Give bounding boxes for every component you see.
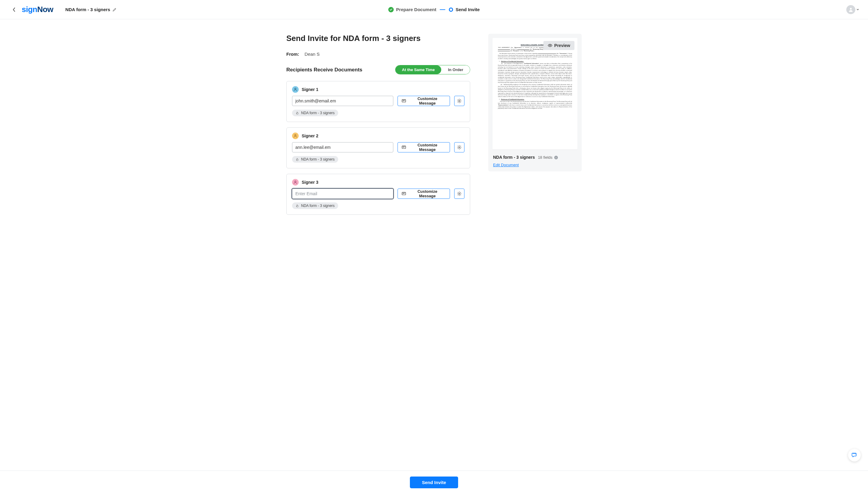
- svg-point-6: [459, 147, 460, 148]
- customize-message-label: Customize Message: [409, 189, 446, 198]
- toggle-in-order[interactable]: In Order: [441, 65, 470, 74]
- preview-panel: Preview NON-DISCLOSURE AGREEMENT THIS AG…: [488, 34, 582, 171]
- chevron-left-icon: [12, 7, 15, 12]
- preview-meta: NDA form - 3 signers 18 fields i Edit Do…: [493, 155, 577, 167]
- preview-fields-count: 18 fields: [538, 155, 552, 160]
- svg-point-9: [459, 193, 460, 194]
- step-send: Send Invite: [449, 7, 480, 12]
- from-row: From: Dean S: [286, 52, 470, 57]
- logo-now: Now: [37, 5, 53, 14]
- preview-button[interactable]: Preview: [543, 41, 574, 50]
- check-circle-icon: [388, 7, 394, 12]
- eye-icon: [548, 43, 552, 48]
- order-toggle: At the Same Time In Order: [395, 65, 470, 74]
- progress-steps: Prepare Document Send Invite: [388, 7, 480, 12]
- signer-email-input[interactable]: [292, 96, 393, 106]
- preview-doc-name: NDA form - 3 signers: [493, 155, 535, 160]
- document-chip: NDA form - 3 signers: [292, 203, 338, 209]
- signer-settings-button[interactable]: [454, 142, 464, 152]
- step-send-label: Send Invite: [456, 7, 480, 12]
- doc-title: NDA form - 3 signers: [66, 7, 110, 12]
- customize-message-label: Customize Message: [409, 96, 446, 106]
- signer-label: Signer 2: [302, 133, 318, 138]
- toggle-same-time[interactable]: At the Same Time: [395, 65, 442, 74]
- customize-message-button[interactable]: Customize Message: [398, 96, 450, 106]
- from-value: Dean S: [305, 52, 320, 57]
- doc-title-wrap: NDA form - 3 signers: [66, 7, 117, 12]
- page-title: Send Invite for NDA form - 3 signers: [286, 34, 470, 43]
- signer-input-row: Customize Message: [292, 96, 464, 106]
- document-chip: NDA form - 3 signers: [292, 110, 338, 116]
- document-thumbnail: Preview NON-DISCLOSURE AGREEMENT THIS AG…: [493, 38, 577, 149]
- customize-message-label: Customize Message: [409, 143, 446, 152]
- signer-card: Signer 1 Customize Message NDA form - 3 …: [286, 81, 470, 122]
- caret-down-icon: [856, 9, 859, 11]
- step-prepare[interactable]: Prepare Document: [388, 7, 436, 12]
- signer-card: Signer 2 Customize Message NDA form - 3 …: [286, 128, 470, 168]
- preview-button-label: Preview: [554, 43, 570, 48]
- svg-point-3: [459, 100, 460, 101]
- back-button[interactable]: [9, 5, 19, 15]
- signer-input-row: Customize Message: [292, 142, 464, 152]
- edit-document-link[interactable]: Edit Document: [493, 163, 577, 167]
- document-chip-label: NDA form - 3 signers: [301, 204, 335, 208]
- step-prepare-label: Prepare Document: [396, 7, 436, 12]
- signer-card: Signer 3 Customize Message NDA form - 3 …: [286, 174, 470, 215]
- circle-current-icon: [449, 7, 453, 12]
- recipients-label: Recipients Receive Documents: [286, 67, 362, 73]
- logo: signNow: [22, 5, 53, 14]
- svg-point-10: [550, 45, 551, 46]
- app-header: signNow NDA form - 3 signers Prepare Doc…: [0, 0, 868, 19]
- svg-point-4: [295, 134, 296, 136]
- doc-preview-body: THIS AGREEMENT (the "Agreement") is ente…: [498, 47, 572, 109]
- signer-header: Signer 2: [292, 133, 464, 139]
- document-chip-label: NDA form - 3 signers: [301, 157, 335, 162]
- signer-header: Signer 1: [292, 86, 464, 93]
- signer-settings-button[interactable]: [454, 96, 464, 106]
- info-icon[interactable]: i: [554, 156, 558, 159]
- svg-point-7: [295, 181, 296, 182]
- svg-point-0: [850, 8, 852, 10]
- person-icon: [292, 179, 299, 186]
- document-chip: NDA form - 3 signers: [292, 156, 338, 163]
- signer-settings-button[interactable]: [454, 189, 464, 199]
- step-separator: [440, 10, 445, 10]
- avatar-icon: [846, 5, 855, 14]
- signer-header: Signer 3: [292, 179, 464, 186]
- person-icon: [292, 133, 299, 139]
- recipients-row: Recipients Receive Documents At the Same…: [286, 65, 470, 74]
- customize-message-button[interactable]: Customize Message: [398, 189, 450, 199]
- signer-label: Signer 3: [302, 180, 318, 185]
- document-chip-label: NDA form - 3 signers: [301, 111, 335, 115]
- signer-email-input[interactable]: [292, 142, 393, 152]
- signer-input-row: Customize Message: [292, 189, 464, 199]
- signer-email-input[interactable]: [292, 189, 393, 199]
- customize-message-button[interactable]: Customize Message: [398, 142, 450, 152]
- user-menu[interactable]: [846, 5, 859, 14]
- edit-pencil-icon[interactable]: [112, 7, 117, 12]
- svg-point-1: [295, 88, 296, 90]
- person-icon: [292, 86, 299, 93]
- from-label: From:: [286, 52, 299, 57]
- logo-sign: sign: [22, 5, 37, 14]
- signer-label: Signer 1: [302, 87, 318, 92]
